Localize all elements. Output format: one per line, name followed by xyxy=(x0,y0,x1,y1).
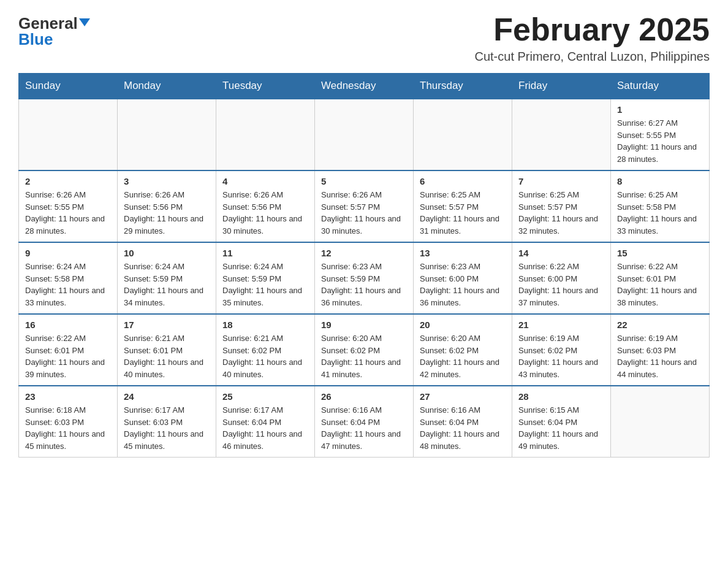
day-info: Sunrise: 6:26 AM Sunset: 5:56 PM Dayligh… xyxy=(222,189,308,237)
day-info: Sunrise: 6:22 AM Sunset: 6:00 PM Dayligh… xyxy=(518,261,604,308)
table-row xyxy=(315,99,414,170)
table-row: 19Sunrise: 6:20 AM Sunset: 6:02 PM Dayli… xyxy=(315,314,414,386)
day-info: Sunrise: 6:27 AM Sunset: 5:55 PM Dayligh… xyxy=(617,117,703,165)
day-number: 27 xyxy=(420,391,506,402)
day-number: 18 xyxy=(222,320,308,330)
day-number: 11 xyxy=(222,248,308,258)
day-info: Sunrise: 6:17 AM Sunset: 6:04 PM Dayligh… xyxy=(222,404,308,452)
day-info: Sunrise: 6:24 AM Sunset: 5:59 PM Dayligh… xyxy=(124,261,210,308)
day-number: 23 xyxy=(25,391,111,402)
table-row: 11Sunrise: 6:24 AM Sunset: 5:59 PM Dayli… xyxy=(216,242,315,314)
day-info: Sunrise: 6:25 AM Sunset: 5:58 PM Dayligh… xyxy=(617,189,703,237)
day-number: 20 xyxy=(420,320,506,330)
month-title: February 2025 xyxy=(474,12,710,47)
table-row: 7Sunrise: 6:25 AM Sunset: 5:57 PM Daylig… xyxy=(512,170,611,242)
day-info: Sunrise: 6:20 AM Sunset: 6:02 PM Dayligh… xyxy=(321,332,407,380)
day-info: Sunrise: 6:22 AM Sunset: 6:01 PM Dayligh… xyxy=(617,261,703,308)
day-number: 26 xyxy=(321,391,407,402)
logo-blue: Blue xyxy=(18,31,53,47)
table-row xyxy=(216,99,315,170)
calendar-week-2: 2Sunrise: 6:26 AM Sunset: 5:55 PM Daylig… xyxy=(19,170,710,242)
day-number: 2 xyxy=(25,176,111,186)
table-row: 10Sunrise: 6:24 AM Sunset: 5:59 PM Dayli… xyxy=(118,242,216,314)
logo-triangle-icon xyxy=(79,18,90,26)
logo: General Blue xyxy=(18,12,90,47)
table-row: 20Sunrise: 6:20 AM Sunset: 6:02 PM Dayli… xyxy=(414,314,512,386)
col-thursday: Thursday xyxy=(414,74,512,99)
table-row xyxy=(118,99,216,170)
day-number: 5 xyxy=(321,176,407,186)
calendar-week-3: 9Sunrise: 6:24 AM Sunset: 5:58 PM Daylig… xyxy=(19,242,710,314)
day-number: 3 xyxy=(124,176,210,186)
day-number: 6 xyxy=(420,176,506,186)
title-block: February 2025 Cut-cut Primero, Central L… xyxy=(474,12,710,64)
day-number: 17 xyxy=(124,320,210,330)
day-info: Sunrise: 6:19 AM Sunset: 6:02 PM Dayligh… xyxy=(518,332,604,380)
day-number: 7 xyxy=(518,176,604,186)
day-number: 12 xyxy=(321,248,407,258)
table-row: 23Sunrise: 6:18 AM Sunset: 6:03 PM Dayli… xyxy=(19,386,118,458)
table-row xyxy=(414,99,512,170)
table-row: 28Sunrise: 6:15 AM Sunset: 6:04 PM Dayli… xyxy=(512,386,611,458)
day-info: Sunrise: 6:17 AM Sunset: 6:03 PM Dayligh… xyxy=(124,404,210,452)
table-row: 5Sunrise: 6:26 AM Sunset: 5:57 PM Daylig… xyxy=(315,170,414,242)
table-row: 6Sunrise: 6:25 AM Sunset: 5:57 PM Daylig… xyxy=(414,170,512,242)
col-wednesday: Wednesday xyxy=(315,74,414,99)
page-header: General Blue February 2025 Cut-cut Prime… xyxy=(18,12,710,64)
day-info: Sunrise: 6:21 AM Sunset: 6:02 PM Dayligh… xyxy=(222,332,308,380)
table-row xyxy=(512,99,611,170)
day-info: Sunrise: 6:21 AM Sunset: 6:01 PM Dayligh… xyxy=(124,332,210,380)
day-info: Sunrise: 6:15 AM Sunset: 6:04 PM Dayligh… xyxy=(518,404,604,452)
day-info: Sunrise: 6:18 AM Sunset: 6:03 PM Dayligh… xyxy=(25,404,111,452)
day-info: Sunrise: 6:26 AM Sunset: 5:56 PM Dayligh… xyxy=(124,189,210,237)
table-row: 14Sunrise: 6:22 AM Sunset: 6:00 PM Dayli… xyxy=(512,242,611,314)
calendar-week-5: 23Sunrise: 6:18 AM Sunset: 6:03 PM Dayli… xyxy=(19,386,710,458)
day-number: 24 xyxy=(124,391,210,402)
calendar-week-4: 16Sunrise: 6:22 AM Sunset: 6:01 PM Dayli… xyxy=(19,314,710,386)
day-info: Sunrise: 6:23 AM Sunset: 6:00 PM Dayligh… xyxy=(420,261,506,308)
day-number: 25 xyxy=(222,391,308,402)
table-row: 17Sunrise: 6:21 AM Sunset: 6:01 PM Dayli… xyxy=(118,314,216,386)
table-row: 12Sunrise: 6:23 AM Sunset: 5:59 PM Dayli… xyxy=(315,242,414,314)
day-info: Sunrise: 6:20 AM Sunset: 6:02 PM Dayligh… xyxy=(420,332,506,380)
day-info: Sunrise: 6:19 AM Sunset: 6:03 PM Dayligh… xyxy=(617,332,703,380)
col-saturday: Saturday xyxy=(611,74,710,99)
day-number: 9 xyxy=(25,248,111,258)
day-info: Sunrise: 6:24 AM Sunset: 5:58 PM Dayligh… xyxy=(25,261,111,308)
day-number: 22 xyxy=(617,320,703,330)
logo-general: General xyxy=(18,15,90,31)
day-info: Sunrise: 6:16 AM Sunset: 6:04 PM Dayligh… xyxy=(420,404,506,452)
table-row: 26Sunrise: 6:16 AM Sunset: 6:04 PM Dayli… xyxy=(315,386,414,458)
calendar-table: Sunday Monday Tuesday Wednesday Thursday… xyxy=(18,73,710,458)
table-row: 8Sunrise: 6:25 AM Sunset: 5:58 PM Daylig… xyxy=(611,170,710,242)
day-number: 4 xyxy=(222,176,308,186)
day-info: Sunrise: 6:22 AM Sunset: 6:01 PM Dayligh… xyxy=(25,332,111,380)
table-row: 16Sunrise: 6:22 AM Sunset: 6:01 PM Dayli… xyxy=(19,314,118,386)
day-info: Sunrise: 6:25 AM Sunset: 5:57 PM Dayligh… xyxy=(420,189,506,237)
col-tuesday: Tuesday xyxy=(216,74,315,99)
day-info: Sunrise: 6:25 AM Sunset: 5:57 PM Dayligh… xyxy=(518,189,604,237)
day-number: 19 xyxy=(321,320,407,330)
day-number: 8 xyxy=(617,176,703,186)
table-row: 25Sunrise: 6:17 AM Sunset: 6:04 PM Dayli… xyxy=(216,386,315,458)
table-row: 24Sunrise: 6:17 AM Sunset: 6:03 PM Dayli… xyxy=(118,386,216,458)
table-row: 22Sunrise: 6:19 AM Sunset: 6:03 PM Dayli… xyxy=(611,314,710,386)
day-number: 21 xyxy=(518,320,604,330)
table-row: 15Sunrise: 6:22 AM Sunset: 6:01 PM Dayli… xyxy=(611,242,710,314)
table-row: 21Sunrise: 6:19 AM Sunset: 6:02 PM Dayli… xyxy=(512,314,611,386)
table-row: 2Sunrise: 6:26 AM Sunset: 5:55 PM Daylig… xyxy=(19,170,118,242)
col-friday: Friday xyxy=(512,74,611,99)
location-subtitle: Cut-cut Primero, Central Luzon, Philippi… xyxy=(474,50,710,64)
day-info: Sunrise: 6:23 AM Sunset: 5:59 PM Dayligh… xyxy=(321,261,407,308)
calendar-header-row: Sunday Monday Tuesday Wednesday Thursday… xyxy=(19,74,710,99)
table-row xyxy=(611,386,710,458)
col-monday: Monday xyxy=(118,74,216,99)
day-number: 13 xyxy=(420,248,506,258)
table-row: 4Sunrise: 6:26 AM Sunset: 5:56 PM Daylig… xyxy=(216,170,315,242)
table-row: 9Sunrise: 6:24 AM Sunset: 5:58 PM Daylig… xyxy=(19,242,118,314)
day-number: 28 xyxy=(518,391,604,402)
day-info: Sunrise: 6:26 AM Sunset: 5:57 PM Dayligh… xyxy=(321,189,407,237)
table-row: 13Sunrise: 6:23 AM Sunset: 6:00 PM Dayli… xyxy=(414,242,512,314)
col-sunday: Sunday xyxy=(19,74,118,99)
table-row: 27Sunrise: 6:16 AM Sunset: 6:04 PM Dayli… xyxy=(414,386,512,458)
